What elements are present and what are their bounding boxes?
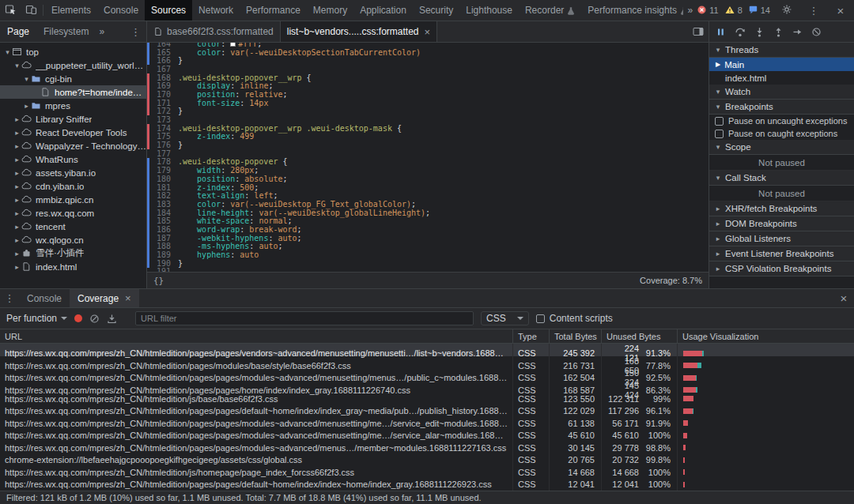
coverage-row[interactable]: https://res.wx.qq.com/mpres/zh_CN/htmled… [0, 466, 854, 479]
section-csp-violation-breakpoints[interactable]: ▸CSP Violation Breakpoints [709, 261, 854, 276]
tab-recorder[interactable]: Recorder [519, 0, 581, 21]
column-header-type[interactable]: Type [512, 329, 549, 343]
issues-badge[interactable]: 14 [749, 6, 770, 16]
tree-item-assets-yiban-io[interactable]: ▸assets.yiban.io [0, 166, 146, 179]
clear-coverage-button[interactable] [89, 314, 100, 324]
tab-performance-insights[interactable]: Performance insights [581, 0, 682, 21]
column-header-usage-visualization[interactable]: Usage Visualization [677, 329, 854, 343]
coverage-row[interactable]: https://res.wx.qq.com/mpres/zh_CN/htmled… [0, 344, 854, 356]
drawer-menu-button[interactable]: ⋮ [0, 289, 19, 307]
console-errors-badge[interactable]: 11 [697, 6, 718, 16]
section-watch[interactable]: ▾ Watch [709, 85, 854, 100]
coverage-row[interactable]: chrome-extension://lbefaeehajgcpooopoegk… [0, 454, 854, 467]
section-scope[interactable]: ▾ Scope [709, 140, 854, 155]
thread-item-main[interactable]: ▶Main [709, 58, 854, 71]
column-header-url[interactable]: URL [0, 329, 512, 343]
color-swatch[interactable] [230, 43, 236, 47]
pause-button[interactable] [716, 27, 726, 37]
toggle-device-toolbar-button[interactable] [21, 0, 41, 21]
disclosure-right-icon[interactable]: ▸ [13, 156, 21, 164]
disclosure-right-icon[interactable]: ▸ [13, 263, 21, 271]
close-devtools-button[interactable]: × [830, 4, 851, 17]
section-dom-breakpoints[interactable]: ▸DOM Breakpoints [709, 216, 854, 231]
more-navigator-tabs-button[interactable]: » [96, 26, 108, 37]
disclosure-right-icon[interactable]: ▸ [13, 129, 21, 137]
checkbox[interactable] [715, 117, 724, 126]
coverage-row[interactable]: https://res.wx.qq.com/mpres/zh_CN/htmled… [0, 405, 854, 418]
close-drawer-button[interactable]: × [833, 289, 854, 307]
devtools-menu-button[interactable]: ⋮ [803, 5, 824, 17]
navigator-menu-button[interactable]: ⋮ [125, 26, 146, 38]
section-event-listener-breakpoints[interactable]: ▸Event Listener Breakpoints [709, 246, 854, 261]
tab-network[interactable]: Network [192, 0, 240, 21]
tab-security[interactable]: Security [413, 0, 459, 21]
disclosure-right-icon[interactable]: ▸ [13, 236, 21, 244]
step-out-button[interactable] [773, 27, 784, 37]
tab-elements[interactable]: Elements [45, 0, 97, 21]
editor-tab-list-b-vendors-css-formatted[interactable]: list~b~vendors.....css:formatted× [281, 21, 437, 42]
drawer-tab-console[interactable]: Console [19, 289, 70, 307]
tree-item-whatruns[interactable]: ▸WhatRuns [0, 152, 146, 166]
code-editor[interactable]: 164 color: #fff;165 color: var(--weuiDes… [147, 43, 709, 272]
disclosure-right-icon[interactable]: ▸ [13, 115, 21, 123]
tree-item-item[interactable]: ▸雪伴·小插件 [0, 246, 146, 260]
disclosure-down-icon[interactable]: ▾ [3, 48, 12, 56]
tree-item-home-t-home-index-lang-zh-cn[interactable]: home?t=home/index&lang=zh_CN [0, 85, 146, 99]
step-button[interactable] [792, 27, 803, 37]
content-scripts-toggle[interactable]: Content scripts [536, 313, 613, 324]
disclosure-down-icon[interactable]: ▾ [22, 75, 31, 83]
tree-item-wx-qlogo-cn[interactable]: ▸wx.qlogo.cn [0, 233, 146, 246]
tree-item-wappalyzer-technology-profiler[interactable]: ▸Wappalyzer - Technology profiler [0, 139, 146, 152]
tree-item-puppeteer-utility-world[interactable]: ▾__puppeteer_utility_world__ [0, 58, 146, 72]
editor-tab-base66f2f3-css-formatted[interactable]: base66f2f3.css:formatted [147, 21, 281, 42]
checkbox[interactable] [536, 314, 545, 323]
tree-item-index-html[interactable]: ▸index.html [0, 260, 146, 273]
inspect-element-button[interactable] [0, 0, 21, 21]
url-filter-input[interactable] [135, 311, 474, 325]
section-breakpoints[interactable]: ▾ Breakpoints [709, 100, 854, 115]
console-warnings-badge[interactable]: 8 [725, 6, 743, 16]
disclosure-right-icon[interactable]: ▸ [13, 196, 21, 204]
navigator-tab-filesystem[interactable]: Filesystem [36, 21, 96, 42]
tab-application[interactable]: Application [353, 0, 413, 21]
settings-button[interactable] [777, 4, 797, 17]
step-into-button[interactable] [754, 27, 765, 37]
coverage-row[interactable]: https://res.wx.qq.com/mpres/zh_CN/htmled… [0, 442, 854, 454]
disclosure-right-icon[interactable]: ▸ [22, 102, 31, 110]
column-header-total-bytes[interactable]: Total Bytes [549, 329, 601, 343]
section-call-stack[interactable]: ▾ Call Stack [709, 171, 854, 186]
coverage-mode-select[interactable]: Per function [6, 313, 67, 324]
tab-sources[interactable]: Sources [145, 0, 192, 21]
close-tab-icon[interactable]: × [425, 26, 431, 38]
disclosure-right-icon[interactable]: ▸ [13, 223, 21, 231]
coverage-row[interactable]: https://res.wx.qq.com/mpres/zh_CN/htmled… [0, 479, 854, 491]
disclosure-right-icon[interactable]: ▸ [13, 182, 21, 190]
breakpoint-option-pause-on-caught-exceptions[interactable]: Pause on caught exceptions [709, 127, 854, 140]
tree-item-library-sniffer[interactable]: ▸Library Sniffer [0, 112, 146, 126]
tree-item-mmbiz-qpic-cn[interactable]: ▸mmbiz.qpic.cn [0, 193, 146, 206]
navigator-tab-page[interactable]: Page [0, 21, 36, 42]
deactivate-breakpoints-button[interactable] [811, 27, 822, 37]
disclosure-right-icon[interactable]: ▸ [13, 142, 21, 150]
toggle-debugger-sidebar-icon[interactable] [693, 27, 704, 36]
section-threads[interactable]: ▾ Threads [709, 43, 854, 58]
drawer-tab-coverage[interactable]: Coverage× [70, 289, 139, 307]
tab-performance[interactable]: Performance [240, 0, 307, 21]
tree-item-res-wx-qq-com[interactable]: ▸res.wx.qq.com [0, 206, 146, 220]
tree-item-top[interactable]: ▾top [0, 45, 146, 58]
checkbox[interactable] [715, 130, 724, 138]
coverage-row[interactable]: https://res.wx.qq.com/mpres/zh_CN/htmled… [0, 430, 854, 442]
pretty-print-button[interactable]: {} [153, 276, 164, 286]
type-filter-select[interactable]: CSS [481, 311, 529, 325]
close-tab-icon[interactable]: × [125, 292, 131, 304]
coverage-row[interactable]: https://res.wx.qq.com/mpres/zh_CN/htmled… [0, 417, 854, 430]
tree-item-cdn-yiban-io[interactable]: ▸cdn.yiban.io [0, 179, 146, 193]
tree-item-react-developer-tools[interactable]: ▸React Developer Tools [0, 126, 146, 139]
tab-memory[interactable]: Memory [307, 0, 353, 21]
disclosure-down-icon[interactable]: ▾ [13, 62, 21, 70]
disclosure-right-icon[interactable]: ▸ [13, 209, 21, 217]
tab-lighthouse[interactable]: Lighthouse [459, 0, 519, 21]
section-global-listeners[interactable]: ▸Global Listeners [709, 231, 854, 246]
tree-item-tencent[interactable]: ▸tencent [0, 220, 146, 233]
disclosure-right-icon[interactable]: ▸ [13, 169, 21, 177]
